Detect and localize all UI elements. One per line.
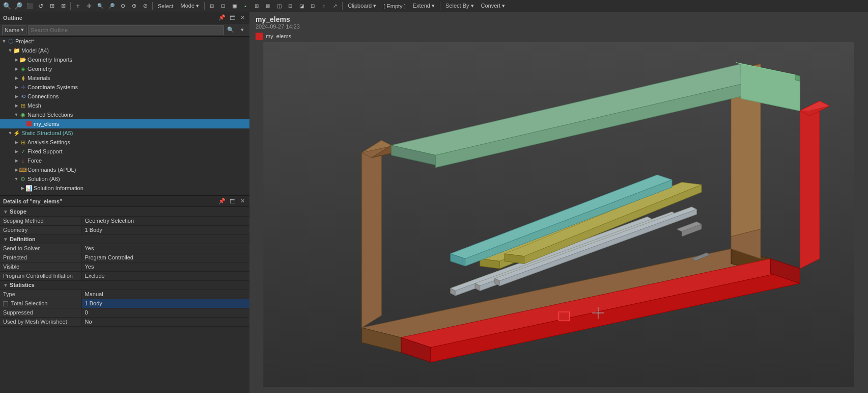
details-pin-icon[interactable]: 📌: [218, 197, 226, 205]
tree-item-mesh[interactable]: ▶ ⊞ Mesh: [0, 101, 249, 110]
geometry-label: Geometry: [27, 66, 52, 72]
suppressed-key: Suppressed: [0, 308, 81, 317]
zoom-in-icon[interactable]: 🔍: [2, 1, 12, 11]
zoom-out-icon[interactable]: 🔎: [13, 1, 23, 11]
total-selection-value[interactable]: 1 Body: [81, 299, 249, 308]
stats-collapse[interactable]: ▼: [3, 282, 8, 288]
zoom-next-icon[interactable]: ⊘: [140, 1, 150, 11]
details-restore-icon[interactable]: 🗔: [228, 197, 236, 205]
view-box-icon[interactable]: ⬛: [24, 1, 35, 11]
grid-icon[interactable]: ⊞: [47, 1, 57, 11]
pci-value[interactable]: Exclude: [81, 271, 249, 280]
outline-panel: Outline 📌 🗔 ✕ Name ▾ 🔍 ▾ ▼ ⬡ Proje: [0, 12, 249, 196]
coord-icon: ✛: [19, 84, 26, 91]
view1-icon[interactable]: ⊟: [207, 1, 217, 11]
scoping-method-value[interactable]: Geometry Selection: [81, 216, 249, 225]
viewport-legend: my_elems: [249, 31, 868, 42]
type-value[interactable]: Manual: [81, 290, 249, 299]
pin-icon[interactable]: 📌: [218, 14, 226, 22]
view4-icon[interactable]: ▪: [240, 1, 250, 11]
my-elems-icon: [25, 120, 33, 127]
search-icon[interactable]: 🔍: [226, 25, 236, 35]
select-by-button[interactable]: Select By ▾: [442, 1, 477, 11]
scoping-method-key: Scoping Method: [0, 216, 81, 225]
tree-item-coord-systems[interactable]: ▶ ✛ Coordinate Systems: [0, 83, 249, 92]
clipboard-button[interactable]: Clipboard ▾: [345, 1, 379, 11]
force-icon: ↓: [19, 157, 26, 164]
geometry-icon: ◈: [19, 65, 26, 72]
zoom-region-icon[interactable]: 🔎: [106, 1, 117, 11]
view6-icon[interactable]: ⊠: [263, 1, 273, 11]
tree-item-named-selections[interactable]: ▼ ◉ Named Selections: [0, 110, 249, 119]
send-to-solver-value[interactable]: Yes: [81, 244, 249, 253]
tree-item-solution[interactable]: ▼ ⚙ Solution (A6): [0, 174, 249, 184]
tree-item-geometry[interactable]: ▶ ◈ Geometry: [0, 64, 249, 73]
tree-item-my-elems[interactable]: my_elems: [0, 119, 249, 128]
section-scope: ▼ Scope: [0, 207, 249, 216]
view5-icon[interactable]: ⊞: [251, 1, 262, 11]
geometry-value[interactable]: 1 Body: [81, 225, 249, 234]
zoom-prev-icon[interactable]: ⊕: [129, 1, 139, 11]
rotate-icon[interactable]: ↺: [36, 1, 46, 11]
view10-icon[interactable]: ⊡: [307, 1, 318, 11]
force-label: Force: [27, 158, 42, 164]
zoom-circle-icon[interactable]: ⊙: [118, 1, 128, 11]
toolbar-sep-4: [342, 2, 343, 10]
viewport-canvas[interactable]: [249, 42, 868, 387]
visible-value[interactable]: Yes: [81, 262, 249, 271]
tree-item-fixed-support[interactable]: ▶ ✓ Fixed Support: [0, 147, 249, 156]
tree-item-analysis-settings[interactable]: ▶ ⊞ Analysis Settings: [0, 138, 249, 147]
convert-button[interactable]: Convert ▾: [478, 1, 509, 11]
scope-collapse[interactable]: ▼: [3, 209, 8, 215]
protected-value[interactable]: Program Controlled: [81, 253, 249, 262]
extend-button[interactable]: Extend ▾: [410, 1, 438, 11]
row-mesh-worksheet: Used by Mesh Worksheet No: [0, 317, 249, 326]
plus-icon[interactable]: +: [73, 1, 83, 11]
restore-icon[interactable]: 🗔: [228, 14, 236, 22]
crosshair-icon[interactable]: ✛: [84, 1, 94, 11]
mesh-worksheet-value[interactable]: No: [81, 317, 249, 326]
tree-item-model[interactable]: ▼ 📁 Model (A4): [0, 46, 249, 55]
svg-rect-46: [559, 312, 570, 321]
view7-icon[interactable]: ◫: [274, 1, 284, 11]
tree-item-commands-apdl[interactable]: ▶ ⌨ Commands (APDL): [0, 165, 249, 174]
tree-item-force[interactable]: ▶ ↓ Force: [0, 156, 249, 165]
static-label: Static Structural (A5): [21, 130, 73, 136]
view9-icon[interactable]: ◪: [296, 1, 306, 11]
search-input[interactable]: [28, 25, 224, 35]
tree-item-materials[interactable]: ▶ ⧫ Materials: [0, 73, 249, 83]
tree-item-connections[interactable]: ▶ ⟲ Connections: [0, 92, 249, 101]
close-icon[interactable]: ✕: [238, 14, 246, 22]
def-collapse[interactable]: ▼: [3, 237, 8, 242]
viewport-title: my_elems: [256, 15, 862, 23]
section-definition: ▼ Definition: [0, 234, 249, 244]
row-visible: Visible Yes: [0, 262, 249, 271]
toolbar-sep-3: [204, 2, 205, 10]
filter-dropdown[interactable]: Name ▾: [2, 25, 26, 35]
outline-panel-title: Outline: [3, 15, 216, 21]
filter-icon[interactable]: ▾: [237, 25, 247, 35]
deformation-label: Total Deformation: [34, 194, 77, 195]
geom-imports-label: Geometry Imports: [27, 57, 72, 63]
solution-icon: ⚙: [19, 175, 26, 182]
details-close-icon[interactable]: ✕: [238, 197, 246, 205]
tree-item-total-deformation[interactable]: ▶ ⚡ Total Deformation: [0, 193, 249, 195]
row-type: Type Manual: [0, 290, 249, 299]
zoom-fit-icon[interactable]: 🔍: [95, 1, 105, 11]
mode-button[interactable]: Mode ▾: [178, 1, 203, 11]
view11-icon[interactable]: ↕: [319, 1, 329, 11]
view2-icon[interactable]: ⊡: [218, 1, 228, 11]
static-icon: ⚡: [13, 129, 20, 137]
box-select-icon[interactable]: ⊠: [58, 1, 68, 11]
row-scoping-method: Scoping Method Geometry Selection: [0, 216, 249, 225]
view12-icon[interactable]: ↗: [330, 1, 340, 11]
view8-icon[interactable]: ⊟: [285, 1, 295, 11]
tree-item-project[interactable]: ▼ ⬡ Project*: [0, 37, 249, 46]
view3-icon[interactable]: ▣: [229, 1, 239, 11]
tree-item-solution-info[interactable]: ▶ 📊 Solution Information: [0, 184, 249, 193]
tree-item-geom-imports[interactable]: ▶ 📂 Geometry Imports: [0, 55, 249, 64]
select-button[interactable]: Select: [155, 1, 177, 11]
tree-item-static-structural[interactable]: ▼ ⚡ Static Structural (A5): [0, 128, 249, 138]
empty-button[interactable]: [ Empty ]: [380, 1, 408, 11]
suppressed-value[interactable]: 0: [81, 308, 249, 317]
